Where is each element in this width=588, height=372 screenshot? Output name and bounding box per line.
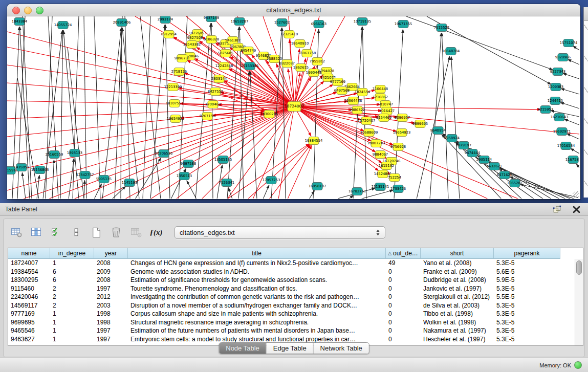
graph-node[interactable]: 9397588 [181, 160, 196, 168]
graph-node[interactable]: 7526341 [219, 179, 234, 187]
table-cell[interactable]: 22420046 [8, 293, 50, 300]
table-row[interactable]: 2242004622012Investigating the contribut… [8, 293, 575, 301]
tab-network-table[interactable]: Network Table [313, 343, 369, 354]
graph-node[interactable]: 9756928 [390, 143, 406, 151]
table-cell[interactable]: Investigating the contribution of common… [128, 293, 386, 300]
graph-node[interactable]: 8958924 [444, 135, 460, 142]
graph-node[interactable]: 9329966 [555, 54, 571, 61]
graph-node[interactable]: 9227343 [550, 68, 565, 76]
graph-node[interactable]: 1106448 [373, 85, 388, 93]
close-panel-icon[interactable] [570, 203, 583, 216]
graph-node[interactable]: 15135141 [372, 183, 389, 191]
table-cell[interactable]: 0 [386, 285, 421, 292]
table-cell[interactable]: 1998 [94, 319, 128, 326]
table-cell[interactable]: 1 [50, 327, 94, 334]
graph-node[interactable]: 9437149 [204, 16, 219, 22]
table-cell[interactable]: 9463627 [8, 336, 50, 343]
column-header-short[interactable]: short [421, 248, 494, 259]
graph-node[interactable]: 6966163 [311, 20, 326, 28]
graph-node[interactable]: 1145193 [122, 179, 137, 187]
row-selection-icon[interactable] [50, 226, 63, 239]
graph-node[interactable]: 16782751 [349, 188, 366, 195]
table-cell[interactable]: Nakamura et al. (1997) [421, 327, 494, 334]
graph-node[interactable]: 16210643 [551, 114, 569, 121]
table-row[interactable]: 1456911722003Disruption of a novel membe… [8, 301, 575, 310]
table-cell[interactable]: 18724007 [8, 259, 50, 267]
graph-node[interactable]: 19654925 [167, 115, 185, 123]
column-header-out_de[interactable]: △out_de… [386, 248, 421, 259]
table-cell[interactable]: 1 [50, 319, 94, 326]
table-cell[interactable]: Structural magnetic resonance image aver… [128, 319, 386, 326]
row-height-icon[interactable] [70, 226, 83, 239]
table-cell[interactable]: 0 [386, 327, 421, 334]
graph-node[interactable]: 1350513 [177, 172, 192, 180]
minimize-button[interactable] [24, 7, 32, 14]
table-cell[interactable]: 18300295 [8, 276, 50, 283]
graph-node[interactable]: 16961758 [298, 50, 316, 57]
table-cell[interactable]: 2 [50, 293, 94, 300]
graph-node[interactable]: 7515522 [434, 24, 449, 32]
graph-node[interactable]: 15720407 [358, 117, 376, 125]
table-selector-dropdown[interactable]: citations_edges.txt [175, 226, 385, 239]
graph-node[interactable]: 18640910 [291, 40, 309, 48]
graph-node[interactable]: 8912954 [161, 31, 177, 38]
graph-node[interactable]: 7632621 [487, 163, 502, 170]
graph-node[interactable]: 17957253 [263, 177, 280, 184]
graph-node[interactable]: 19384554 [305, 137, 323, 145]
table-cell[interactable]: Hescheler et al. (1997) [421, 336, 494, 343]
table-cell[interactable]: 14569117 [8, 302, 50, 309]
graph-node[interactable]: 1244415 [548, 97, 563, 105]
table-cell[interactable]: 2003 [94, 302, 128, 309]
graph-node[interactable]: 19654923 [393, 129, 411, 137]
graph-node[interactable]: 10719135 [354, 18, 372, 26]
table-cell[interactable]: 19384554 [8, 268, 50, 275]
graph-node[interactable]: 15751074 [560, 39, 578, 47]
table-cell[interactable]: 0 [386, 293, 421, 300]
graph-node[interactable]: 10688609 [360, 129, 378, 137]
table-cell[interactable]: 1997 [94, 336, 128, 343]
table-cell[interactable]: 0 [386, 319, 421, 326]
graph-node[interactable]: 1167533 [565, 156, 579, 164]
table-cell[interactable]: 9777169 [8, 310, 50, 317]
table-row[interactable]: 946554611997Estimation of the future num… [8, 326, 575, 335]
table-cell[interactable]: Embryonic stem cells: a model to study s… [128, 336, 386, 343]
function-builder-icon[interactable]: ƒ(x) [149, 226, 163, 239]
float-panel-icon[interactable] [550, 203, 563, 216]
graph-node[interactable]: 16958107 [309, 183, 326, 190]
table-row[interactable]: 911546021997Tourette syndrome. Phenomeno… [8, 285, 575, 293]
table-cell[interactable]: 5.3E-5 [494, 327, 560, 334]
table-mode-icon[interactable] [10, 226, 23, 239]
graph-node[interactable]: 20206536 [155, 150, 173, 158]
table-cell[interactable]: Tourette syndrome. Phenomenology and cla… [128, 285, 386, 292]
table-cell[interactable]: Jankovic et al. (1997) [421, 285, 494, 292]
table-cell[interactable]: 5.3E-5 [494, 336, 560, 343]
graph-node[interactable]: 1362615 [293, 64, 309, 72]
table-cell[interactable]: Estimation of the future numbers of pati… [128, 327, 386, 334]
table-row[interactable]: 1830029562008Estimation of significance … [8, 276, 575, 285]
graph-node[interactable]: 10653287 [231, 18, 249, 26]
table-row[interactable]: 1872400712008Changes of HCN gene express… [8, 259, 575, 268]
delete-table-icon[interactable] [129, 226, 143, 239]
table-cell[interactable]: 1 [50, 310, 94, 317]
graph-node[interactable]: 752254 [388, 174, 401, 182]
table-cell[interactable]: 1 [50, 336, 94, 343]
table-cell[interactable]: 5.3E-5 [494, 319, 560, 326]
table-cell[interactable]: 6 [50, 268, 94, 275]
graph-node[interactable]: 1216862 [373, 94, 388, 101]
resize-grip[interactable] [573, 191, 579, 198]
column-header-title[interactable]: title [128, 248, 386, 259]
table-cell[interactable]: Changes of HCN gene expression and I(f) … [128, 259, 386, 267]
column-header-in_degree[interactable]: in_degree [50, 248, 94, 259]
graph-node[interactable]: 17016534 [557, 142, 575, 150]
graph-node[interactable]: 19671355 [395, 20, 412, 28]
table-cell[interactable]: Corpus callosum shape and size in male p… [128, 310, 386, 317]
table-cell[interactable]: 9115460 [8, 285, 50, 292]
table-cell[interactable]: 5.5E-5 [494, 293, 560, 300]
zoom-button[interactable] [36, 7, 43, 14]
table-cell[interactable]: 5.3E-5 [494, 302, 560, 309]
table-vertical-scrollbar[interactable] [575, 259, 583, 345]
table-cell[interactable]: 49 [386, 259, 421, 267]
table-cell[interactable]: 2009 [94, 268, 128, 275]
table-cell[interactable]: 5.3E-5 [494, 259, 560, 267]
table-row[interactable]: 977716911998Corpus callosum shape and si… [8, 310, 575, 318]
